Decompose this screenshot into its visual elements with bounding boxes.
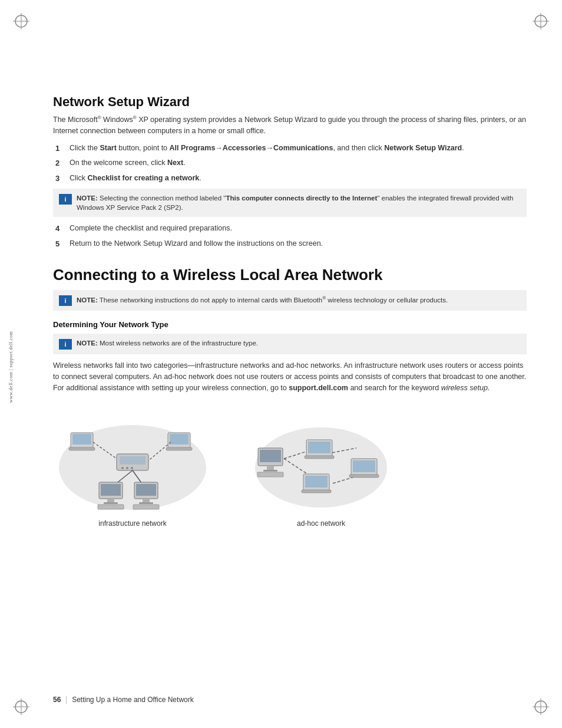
note-text-1: NOTE: Selecting the connection method la… (77, 193, 521, 212)
page-number: 56 (53, 696, 61, 704)
svg-rect-47 (267, 466, 274, 470)
svg-rect-36 (107, 499, 114, 502)
step-2: 2 On the welcome screen, click Next. (53, 157, 527, 169)
svg-rect-21 (69, 447, 95, 450)
note-icon-2: i (59, 295, 72, 306)
step-5-text: Return to the Network Setup Wizard and f… (70, 238, 527, 249)
svg-rect-57 (305, 476, 328, 487)
svg-point-30 (126, 467, 128, 469)
corner-mark-tl (13, 13, 29, 29)
note-box-2: i NOTE: These networking instructions do… (53, 290, 527, 311)
svg-rect-20 (72, 434, 91, 444)
note-box-3: i NOTE: Most wireless networks are of th… (53, 334, 527, 354)
svg-rect-54 (305, 456, 334, 459)
step-1-text: Click the Start button, point to All Pro… (70, 143, 527, 154)
side-text: www.dell.com | support.dell.com (8, 331, 14, 402)
steps-list-2: 4 Complete the checklist and required pr… (53, 223, 527, 249)
svg-text:i: i (64, 341, 66, 348)
svg-text:i: i (64, 297, 66, 304)
step-4-text: Complete the checklist and required prep… (70, 223, 527, 234)
svg-rect-62 (349, 475, 379, 477)
note-text-2: NOTE: These networking instructions do n… (77, 295, 448, 305)
svg-rect-48 (263, 470, 277, 472)
network-setup-title: Network Setup Wizard (53, 94, 527, 110)
infra-label: infrastructure network (98, 519, 166, 528)
svg-rect-58 (302, 490, 331, 493)
note-icon-1: i (59, 194, 72, 205)
svg-rect-53 (308, 442, 330, 453)
wireless-lan-title: Connecting to a Wireless Local Area Netw… (53, 266, 527, 284)
step-3-num: 3 (53, 173, 70, 185)
corner-mark-bl (13, 699, 29, 715)
subsection-title: Determining Your Network Type (53, 320, 527, 329)
step-4-num: 4 (53, 223, 70, 235)
svg-rect-24 (170, 434, 189, 444)
infra-diagram-svg (53, 406, 212, 515)
step-3-text: Click Checklist for creating a network. (70, 173, 527, 184)
svg-rect-42 (139, 502, 153, 504)
svg-rect-40 (136, 484, 156, 496)
svg-rect-38 (98, 505, 124, 509)
step-2-num: 2 (53, 157, 70, 169)
diagrams-area: infrastructure network (53, 406, 527, 528)
adhoc-label: ad-hoc network (297, 519, 345, 528)
step-4: 4 Complete the checklist and required pr… (53, 223, 527, 235)
step-5: 5 Return to the Network Setup Wizard and… (53, 238, 527, 250)
corner-mark-tr (533, 13, 549, 29)
svg-rect-43 (133, 505, 159, 509)
svg-rect-25 (166, 447, 192, 450)
infra-diagram-container: infrastructure network (53, 406, 212, 528)
footer-separator: | (65, 695, 67, 704)
svg-rect-49 (257, 472, 283, 477)
step-1-num: 1 (53, 143, 70, 154)
step-5-num: 5 (53, 238, 70, 250)
step-1: 1 Click the Start button, point to All P… (53, 143, 527, 154)
note-text-3: NOTE: Most wireless networks are of the … (77, 338, 258, 348)
wireless-body-text: Wireless networks fall into two categori… (53, 360, 527, 393)
network-setup-intro: The Microsoft® Windows® XP operating sys… (53, 114, 527, 137)
adhoc-diagram-svg (247, 406, 395, 515)
note-box-1: i NOTE: Selecting the connection method … (53, 189, 527, 217)
adhoc-diagram-container: ad-hoc network (247, 406, 395, 528)
steps-list-1: 1 Click the Start button, point to All P… (53, 143, 527, 185)
svg-rect-41 (143, 499, 150, 502)
svg-rect-61 (353, 460, 375, 472)
svg-rect-28 (120, 456, 146, 465)
corner-mark-br (533, 699, 549, 715)
svg-text:i: i (64, 196, 66, 203)
footer-title: Setting Up a Home and Office Network (72, 696, 194, 704)
main-content: Network Setup Wizard The Microsoft® Wind… (53, 94, 527, 528)
step-2-text: On the welcome screen, click Next. (70, 157, 527, 169)
svg-point-29 (121, 467, 124, 469)
svg-rect-46 (260, 450, 281, 462)
svg-point-31 (131, 467, 133, 469)
svg-rect-35 (101, 484, 121, 496)
svg-rect-37 (104, 502, 118, 504)
step-3: 3 Click Checklist for creating a network… (53, 173, 527, 185)
page-footer: 56 | Setting Up a Home and Office Networ… (53, 695, 527, 704)
note-icon-3: i (59, 339, 72, 350)
